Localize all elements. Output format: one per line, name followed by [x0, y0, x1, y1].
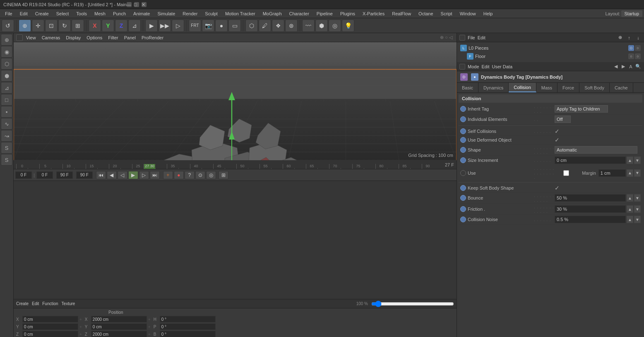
menu-render[interactable]: Render: [179, 10, 201, 17]
pos-x-input[interactable]: [22, 316, 78, 323]
menu-octane[interactable]: Octane: [415, 10, 436, 17]
use-margin-checkbox-input[interactable]: [555, 170, 578, 176]
menu-script[interactable]: Script: [437, 10, 456, 17]
tl-menu-function[interactable]: Function: [42, 301, 58, 306]
rotate-tool[interactable]: ↻: [58, 19, 71, 32]
tab-basic[interactable]: Basic: [457, 83, 478, 92]
bounce-input[interactable]: [555, 194, 626, 202]
minimize-button[interactable]: —: [127, 2, 132, 7]
frame-end-input[interactable]: [56, 171, 73, 179]
shape-check[interactable]: [460, 147, 466, 153]
axis-z[interactable]: Z: [115, 19, 127, 32]
tab-force[interactable]: Force: [557, 83, 579, 92]
tool-points[interactable]: ◉: [1, 46, 12, 58]
fracture-tool[interactable]: ⊛: [285, 19, 298, 32]
move-tool[interactable]: ✛: [32, 19, 44, 32]
self-collisions-check[interactable]: [460, 128, 466, 134]
use-deformed-checkbox[interactable]: ✓: [555, 137, 560, 143]
obj-vis-floor-1[interactable]: ○: [628, 53, 634, 59]
view-front[interactable]: FRT: [189, 19, 201, 32]
titlebar-controls[interactable]: — □ ✕: [127, 2, 147, 7]
keyframe-next[interactable]: ◎: [206, 171, 216, 179]
paint-tool[interactable]: 🖊: [259, 19, 271, 32]
object-axis[interactable]: ⊿: [128, 19, 141, 32]
attr-menu-userdata[interactable]: User Data: [492, 64, 513, 69]
close-button[interactable]: ✕: [142, 2, 147, 7]
view-3d[interactable]: ⬢: [315, 19, 328, 32]
step-back-button[interactable]: ◀: [107, 171, 117, 179]
view-camera[interactable]: 📷: [202, 19, 214, 32]
size-increment-input[interactable]: [555, 156, 626, 164]
transform-tool[interactable]: ⊞: [72, 19, 84, 32]
axis-y[interactable]: Y: [102, 19, 114, 32]
menu-file[interactable]: File: [2, 10, 16, 17]
tool-nurbs[interactable]: ∿: [1, 118, 12, 130]
use-deformed-check[interactable]: [460, 137, 466, 143]
tl-menu-edit[interactable]: Edit: [32, 301, 39, 306]
tl-menu-texture[interactable]: Texture: [62, 301, 75, 306]
om-icon-2[interactable]: ↑: [626, 34, 632, 41]
object-row-floor[interactable]: F Floor ○ ○: [459, 52, 642, 60]
menu-character[interactable]: Character: [286, 10, 312, 17]
menu-sculpt[interactable]: Sculpt: [202, 10, 221, 17]
attr-nav-next[interactable]: ▶: [620, 63, 627, 70]
frame-start-input[interactable]: [15, 171, 32, 179]
tab-dynamics[interactable]: Dynamics: [478, 83, 509, 92]
tool-splines[interactable]: ⊿: [1, 82, 12, 94]
undo-button[interactable]: ↺: [2, 19, 14, 32]
bounce-up[interactable]: ▲: [627, 194, 633, 202]
obj-vis-1[interactable]: ⊙: [628, 45, 634, 51]
light-tool[interactable]: 💡: [342, 19, 354, 32]
axis-x[interactable]: X: [89, 19, 101, 32]
keyframe-record[interactable]: ●: [174, 171, 184, 179]
pos-y-input[interactable]: [22, 323, 78, 330]
viewport-handle[interactable]: [16, 34, 23, 41]
attr-zoom-in[interactable]: A: [627, 63, 634, 70]
play-back-button[interactable]: ◁: [118, 171, 127, 179]
om-menu-edit[interactable]: Edit: [478, 35, 485, 40]
margin-input[interactable]: [598, 169, 626, 177]
menu-xparticles[interactable]: X-Particles: [359, 10, 388, 17]
perspective-view[interactable]: ⬡: [245, 19, 258, 32]
om-icon-3[interactable]: ↓: [635, 34, 642, 41]
menu-help[interactable]: Help: [480, 10, 496, 17]
menu-edit[interactable]: Edit: [17, 10, 31, 17]
keyframe-auto[interactable]: ?: [185, 171, 195, 179]
tool-s2[interactable]: S: [1, 154, 12, 166]
menu-plugins[interactable]: Plugins: [337, 10, 358, 17]
goto-start-button[interactable]: ⏮: [96, 171, 106, 179]
obj-vis-2[interactable]: ○: [635, 45, 641, 51]
self-collisions-checkbox[interactable]: ✓: [555, 128, 560, 135]
motion-path[interactable]: 〰: [302, 19, 315, 32]
keep-soft-body-check[interactable]: [460, 185, 466, 191]
size-increment-check[interactable]: [460, 157, 466, 163]
tool-move[interactable]: ⊕: [1, 34, 12, 46]
maximize-button[interactable]: □: [134, 2, 139, 7]
attr-nav-prev[interactable]: ◀: [613, 63, 619, 70]
attr-menu-mode[interactable]: Mode: [468, 64, 479, 69]
timeline-tracks[interactable]: [14, 181, 457, 299]
margin-down[interactable]: ▼: [634, 169, 641, 177]
attr-menu-edit[interactable]: Edit: [482, 64, 490, 69]
scale-tool[interactable]: ⊡: [45, 19, 58, 32]
tab-collision[interactable]: Collision: [509, 83, 536, 92]
vp-menu-cameras[interactable]: Cameras: [39, 34, 63, 41]
menu-create[interactable]: Create: [32, 10, 52, 17]
size-y-input[interactable]: [91, 323, 147, 330]
menu-select[interactable]: Select: [53, 10, 72, 17]
tool-box[interactable]: ▪: [1, 106, 12, 118]
goto-end-button[interactable]: ⏭: [150, 171, 160, 179]
menu-punch[interactable]: Punch: [110, 10, 129, 17]
pos-z-input[interactable]: [22, 331, 78, 337]
rot-p-input[interactable]: [160, 323, 216, 330]
friction-input[interactable]: [555, 205, 626, 213]
rot-h-input[interactable]: [160, 316, 216, 323]
collision-noise-up[interactable]: ▲: [627, 216, 633, 223]
menu-window[interactable]: Window: [457, 10, 479, 17]
vp-menu-filter[interactable]: Filter: [106, 34, 120, 41]
keyframe-prev[interactable]: ⊙: [195, 171, 205, 179]
individual-elements-dropdown[interactable]: Off: [555, 116, 571, 123]
vp-menu-prorender[interactable]: ProRender: [139, 34, 166, 41]
collision-noise-input[interactable]: [555, 216, 626, 223]
margin-up[interactable]: ▲: [627, 169, 633, 177]
